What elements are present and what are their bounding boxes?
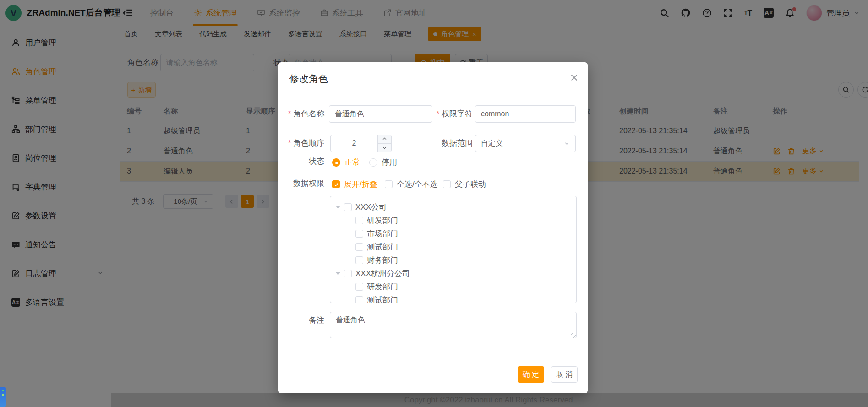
tree-node[interactable]: 研发部门 (330, 280, 576, 293)
close-icon[interactable] (570, 73, 579, 82)
checkbox-checked-icon[interactable] (332, 180, 340, 188)
tree-node[interactable]: 测试部门 (330, 293, 576, 303)
tree-node[interactable]: 研发部门 (330, 214, 576, 227)
remark-label: 备注 (278, 312, 324, 329)
data-scope-label: 数据范围 (430, 135, 473, 152)
checkbox-icon[interactable] (355, 230, 363, 238)
remark-textarea[interactable]: 普通角色 (330, 312, 577, 338)
perm-char-input[interactable] (475, 105, 576, 123)
chevron-down-icon (564, 141, 570, 147)
expand-collapse-checkbox[interactable]: 展开/折叠 (332, 179, 377, 190)
checkbox-icon[interactable] (355, 296, 363, 303)
role-name-input[interactable] (329, 105, 432, 123)
parent-child-link-checkbox[interactable]: 父子联动 (443, 179, 486, 190)
checkbox-icon[interactable] (355, 243, 363, 251)
data-permission-label: 数据权限 (278, 179, 324, 188)
checkbox-icon[interactable] (355, 217, 363, 224)
dialog-title: 修改角色 (289, 72, 328, 85)
role-order-label: 角色顺序 (278, 135, 324, 152)
perm-char-label: 权限字符 (430, 105, 473, 123)
tree-node[interactable]: 财务部门 (330, 254, 576, 267)
caret-down-icon[interactable] (336, 272, 340, 275)
checkbox-icon[interactable] (355, 283, 363, 291)
tree-node[interactable]: XXX杭州分公司 (330, 267, 576, 280)
confirm-button[interactable]: 确 定 (518, 366, 544, 383)
tree-node[interactable]: 市场部门 (330, 227, 576, 240)
radio-icon[interactable] (369, 158, 377, 167)
edit-role-dialog: 修改角色 角色名称 权限字符 角色顺序 2 数据范围 自定义 状态 正常 (278, 62, 588, 393)
role-name-label: 角色名称 (278, 105, 324, 123)
status-label: 状态 (278, 157, 324, 166)
radio-checked-icon[interactable] (332, 158, 340, 167)
checkbox-icon[interactable] (355, 256, 363, 264)
data-scope-select[interactable]: 自定义 (475, 135, 576, 152)
department-tree: XXX公司 研发部门 市场部门 测试部门 财务部门 XXX杭州分公司 (330, 196, 577, 303)
app-window: V ZRAdmin.NET后台管理 用户管理 角色管理 菜单管理 (0, 0, 868, 407)
tree-node[interactable]: XXX公司 (330, 201, 576, 214)
status-radio-normal[interactable]: 正常 (332, 157, 360, 168)
tree-node[interactable]: 测试部门 (330, 240, 576, 254)
floating-widget[interactable] (0, 387, 6, 407)
checkbox-icon[interactable] (385, 180, 393, 188)
role-order-value: 2 (331, 135, 377, 152)
checkbox-icon[interactable] (344, 203, 352, 211)
stepper-down-button[interactable] (378, 144, 391, 152)
cancel-button[interactable]: 取 消 (551, 366, 578, 383)
status-radio-disabled[interactable]: 停用 (369, 157, 397, 168)
caret-down-icon[interactable] (336, 206, 340, 209)
role-order-stepper[interactable]: 2 (330, 135, 392, 152)
select-all-checkbox[interactable]: 全选/全不选 (385, 179, 438, 190)
stepper-up-button[interactable] (378, 135, 391, 144)
checkbox-icon[interactable] (443, 180, 451, 188)
checkbox-icon[interactable] (344, 270, 352, 277)
